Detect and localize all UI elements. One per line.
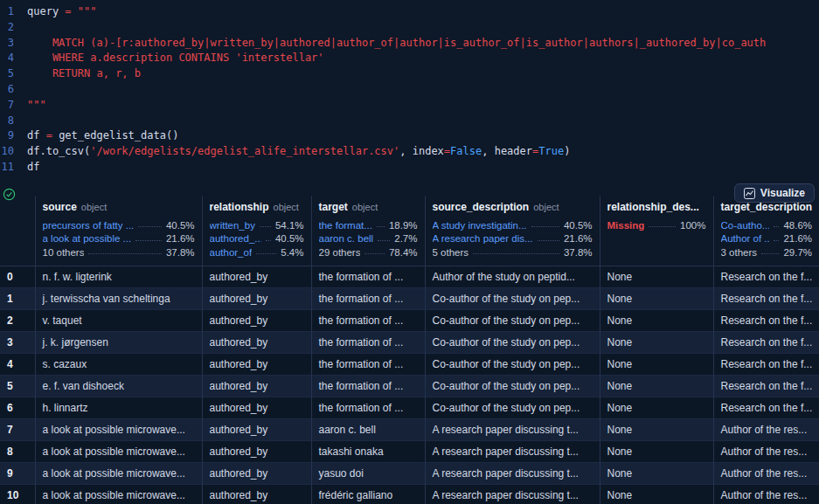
cell-target: the formation of ... <box>311 331 425 353</box>
index-column-header <box>0 196 35 217</box>
table-row[interactable]: 3 j. k. jørgensen authored_by the format… <box>0 331 819 353</box>
code-token: query <box>27 4 65 20</box>
table-row[interactable]: 4 s. cazaux authored_by the formation of… <box>0 353 819 375</box>
code-token: False <box>450 144 482 160</box>
column-stats-relationship-description: Missing100% <box>600 217 713 266</box>
cell-source-description: A research paper discussing t... <box>425 484 600 504</box>
column-header-source[interactable]: sourceobject <box>35 196 202 217</box>
stat-percent: 5.4% <box>281 247 303 258</box>
stat-others: 5 others <box>433 247 469 258</box>
code-token: RETURN a, r, b <box>27 66 141 82</box>
cell-relationship: authored_by <box>202 309 311 331</box>
column-name: target <box>319 201 348 213</box>
stats-row: precursors of fatty ...40.5% a look at p… <box>0 217 819 266</box>
cell-relationship: authored_by <box>202 462 311 484</box>
cell-source-description: A research paper discussing t... <box>425 462 600 484</box>
table-row[interactable]: 2 v. taquet authored_by the formation of… <box>0 309 819 331</box>
cell-relationship-description: None <box>600 331 713 353</box>
code-token: , header <box>482 144 532 160</box>
cell-relationship-description: None <box>600 287 713 309</box>
column-header-source-description[interactable]: source_descriptionobject <box>425 196 600 217</box>
stat-value-link[interactable]: A research paper dis... <box>433 233 533 244</box>
stat-value-link[interactable]: Author of ... <box>721 233 770 244</box>
table-row[interactable]: 5 e. f. van dishoeck authored_by the for… <box>0 375 819 397</box>
cell-relationship-description: None <box>600 309 713 331</box>
cell-relationship: authored_by <box>202 440 311 462</box>
stat-missing: Missing <box>607 220 645 231</box>
dotted-leader <box>260 226 271 227</box>
stat-value-link[interactable]: written_by <box>210 220 255 231</box>
code-token: """ <box>78 4 97 20</box>
row-index: 4 <box>0 353 35 375</box>
cell-relationship: authored_by <box>202 375 311 397</box>
stat-value-link[interactable]: author_of <box>210 247 253 258</box>
table-row[interactable]: 10 a look at possible microwave... autho… <box>0 484 819 504</box>
column-header-relationship-description[interactable]: relationship_des... <box>600 196 713 217</box>
column-name: target_description <box>721 201 813 213</box>
cell-source: a look at possible microwave... <box>35 440 202 462</box>
cell-source-description: Co-author of the study on pep... <box>425 331 600 353</box>
table-row[interactable]: 8 a look at possible microwave... author… <box>0 440 819 462</box>
dotted-leader <box>135 240 162 241</box>
row-index: 9 <box>0 462 35 484</box>
cell-target: the formation of ... <box>311 375 425 397</box>
stat-value-link[interactable]: the format... <box>319 220 372 231</box>
code-token: True <box>538 144 564 160</box>
table-row[interactable]: 0 n. f. w. ligterink authored_by the for… <box>0 266 819 287</box>
stat-percent: 37.8% <box>564 247 593 258</box>
code-token: = <box>65 4 77 20</box>
cell-source: v. taquet <box>35 309 202 331</box>
dotted-leader <box>88 253 161 254</box>
column-header-relationship[interactable]: relationshipobject <box>202 196 311 217</box>
stat-value-link[interactable]: a look at possible ... <box>43 233 132 244</box>
stat-percent: 37.8% <box>166 247 195 258</box>
column-name: source_description <box>433 201 530 213</box>
dotted-leader <box>256 253 276 254</box>
stat-others: 3 others <box>721 247 758 258</box>
stat-percent: 18.9% <box>389 220 418 231</box>
line-number: 9 <box>0 128 14 144</box>
dotted-leader <box>364 253 384 254</box>
notebook-screen: 1query = """ 2 3 MATCH (a)-[r:authored_b… <box>0 0 819 504</box>
cell-source: a look at possible microwave... <box>35 484 202 504</box>
column-name: relationship_des... <box>607 201 699 213</box>
cell-target: the formation of ... <box>311 266 425 287</box>
table-row[interactable]: 7 a look at possible microwave... author… <box>0 418 819 440</box>
cell-relationship-description: None <box>600 397 713 418</box>
code-editor[interactable]: 1query = """ 2 3 MATCH (a)-[r:authored_b… <box>0 0 819 190</box>
stat-percent: 21.6% <box>783 233 812 244</box>
table-row[interactable]: 1 j. terwisscha van scheltinga authored_… <box>0 287 819 309</box>
cell-source-description: Co-author of the study on pep... <box>425 287 600 309</box>
stat-value-link[interactable]: authored_... <box>210 233 261 244</box>
line-number: 4 <box>0 51 14 66</box>
cell-source-description: Co-author of the study on pep... <box>425 375 600 397</box>
column-name: source <box>43 201 77 213</box>
dotted-leader <box>774 226 779 227</box>
table-row[interactable]: 6 h. linnartz authored_by the formation … <box>0 397 819 418</box>
stat-value-link[interactable]: Co-autho... <box>721 220 770 231</box>
dotted-leader <box>649 226 676 227</box>
cell-source: a look at possible microwave... <box>35 418 202 440</box>
code-token: MATCH (a)-[r:authored_by|written_by|auth… <box>27 36 766 52</box>
cell-source: j. k. jørgensen <box>35 331 202 353</box>
table-row[interactable]: 9 a look at possible microwave... author… <box>0 462 819 484</box>
visualize-button[interactable]: Visualize <box>734 183 815 203</box>
line-number: 7 <box>0 98 14 114</box>
column-header-target[interactable]: targetobject <box>311 196 425 217</box>
cell-relationship-description: None <box>600 353 713 375</box>
line-number: 10 <box>0 144 14 160</box>
row-index: 2 <box>0 309 35 331</box>
row-index: 1 <box>0 287 35 309</box>
dataframe-table: sourceobject relationshipobject targetob… <box>0 196 819 504</box>
line-number: 2 <box>0 20 14 36</box>
cell-target-description: Author of the res... <box>713 440 819 462</box>
column-type: object <box>81 202 107 212</box>
cell-source: a look at possible microwave... <box>35 462 202 484</box>
column-type: object <box>533 202 559 212</box>
stat-value-link[interactable]: precursors of fatty ... <box>43 220 135 231</box>
column-stats-relationship: written_by54.1% authored_...40.5% author… <box>202 217 311 266</box>
column-stats-target: the format...18.9% aaron c. bell2.7% 29 … <box>311 217 425 266</box>
stat-value-link[interactable]: aaron c. bell <box>319 233 374 244</box>
code-token: = <box>46 128 59 144</box>
stat-value-link[interactable]: A study investigatin... <box>433 220 527 231</box>
